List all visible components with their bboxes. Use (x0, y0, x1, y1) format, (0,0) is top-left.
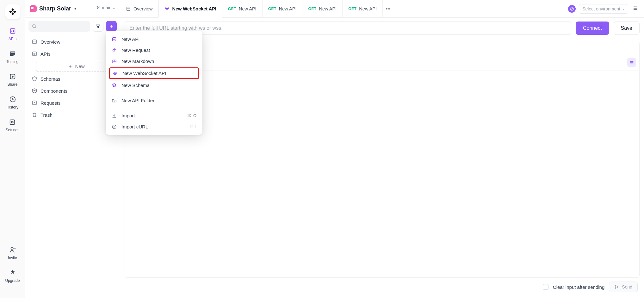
api-icon (111, 37, 117, 42)
menu-new-websocket[interactable]: New WebSocket API (109, 67, 199, 79)
tree-requests[interactable]: Requests ▸ (28, 97, 117, 109)
tab-api-2-label: New API (279, 6, 297, 11)
upgrade-icon (9, 269, 16, 276)
app-logo[interactable] (5, 4, 20, 19)
branch-name: main (102, 5, 111, 10)
settings-icon (9, 118, 16, 126)
tab-api-3[interactable]: GET New API (302, 0, 343, 17)
tree-new-label: New (75, 64, 84, 69)
tree-new-placeholder[interactable]: New (36, 61, 117, 72)
tab-api-2[interactable]: GET New API (263, 0, 303, 17)
tab-websocket[interactable]: New WebSocket API (158, 0, 222, 18)
svg-point-13 (97, 6, 97, 7)
rail-apis-label: APIs (9, 37, 16, 41)
menu-new-folder[interactable]: New API Folder (106, 95, 202, 106)
folder-icon (111, 98, 117, 103)
menu-new-websocket-label: New WebSocket API (122, 71, 166, 76)
caret-down-icon: ▼ (74, 7, 77, 10)
tree-trash[interactable]: Trash (28, 109, 117, 121)
tab-websocket-label: New WebSocket API (172, 6, 216, 11)
rail-share[interactable]: Share (7, 73, 17, 87)
svg-point-17 (570, 7, 574, 10)
tab-overview-label: Overview (133, 6, 152, 11)
chevron-down-icon: ⌄ (622, 7, 625, 10)
svg-rect-10 (33, 40, 36, 44)
menu-new-schema[interactable]: New Schema (106, 80, 202, 91)
user-avatar[interactable] (568, 5, 576, 13)
tab-api-3-label: New API (319, 6, 337, 11)
connect-button[interactable]: Connect (576, 22, 609, 35)
nav-rail: APIs Testing Share History Settings Invi… (0, 0, 25, 298)
save-button[interactable]: Save (614, 22, 640, 35)
menu-button[interactable] (631, 4, 640, 13)
markdown-icon (111, 59, 117, 64)
menu-new-api[interactable]: New API (106, 34, 202, 45)
tree-apis[interactable]: APIs ▾ (28, 48, 117, 59)
svg-rect-16 (127, 7, 130, 10)
menu-import-curl[interactable]: Import cURL ⌘ I (106, 121, 202, 132)
tab-api-4[interactable]: GET New API (343, 0, 383, 17)
method-badge: GET (228, 7, 236, 11)
menu-import[interactable]: Import ⌘ O (106, 110, 202, 121)
clear-checkbox[interactable] (543, 284, 548, 290)
tree-schemas[interactable]: Schemas ▸ (28, 73, 117, 84)
import-icon (111, 113, 117, 118)
method-badge: GET (268, 7, 276, 11)
share-icon (9, 73, 16, 80)
curl-icon (111, 124, 117, 129)
tab-api-4-label: New API (359, 6, 377, 11)
svg-rect-2 (10, 53, 15, 55)
tab-api-1[interactable]: GET New API (222, 0, 263, 17)
rail-upgrade-label: Upgrade (5, 278, 20, 283)
project-selector[interactable]: Sharp Solar ▼ (30, 5, 77, 12)
rail-testing[interactable]: Testing (6, 50, 18, 64)
menu-new-request[interactable]: New Request (106, 45, 202, 56)
menu-import-shortcut: ⌘ O (187, 113, 197, 118)
testing-icon (9, 50, 16, 58)
environment-selector[interactable]: Select environment ⌄ (579, 4, 628, 14)
menu-new-request-label: New Request (121, 47, 150, 53)
tree-components[interactable]: Components ▸ (28, 85, 117, 96)
save-label: Save (621, 25, 632, 31)
add-button[interactable] (106, 21, 117, 32)
rail-apis[interactable]: APIs (9, 27, 16, 41)
tree-overview-label: Overview (40, 39, 60, 45)
send-button[interactable]: Send (609, 282, 638, 292)
tree-components-label: Components (40, 88, 67, 94)
svg-point-20 (112, 125, 116, 129)
tab-overview[interactable]: Overview (120, 0, 158, 17)
apis-icon (9, 27, 16, 35)
rail-invite[interactable]: Invite (8, 246, 17, 260)
request-icon (111, 48, 117, 53)
svg-point-8 (11, 248, 13, 250)
branch-selector[interactable]: main ⌄ (96, 5, 115, 10)
rail-testing-label: Testing (6, 59, 18, 64)
menu-new-markdown-label: New Markdown (121, 59, 154, 64)
rail-settings-label: Settings (6, 128, 19, 132)
filter-button[interactable] (93, 21, 103, 32)
rail-settings[interactable]: Settings (6, 118, 19, 132)
menu-new-api-label: New API (121, 36, 140, 42)
clear-label: Clear input after sending (553, 284, 604, 290)
tree-schemas-label: Schemas (40, 76, 60, 82)
history-icon (9, 96, 16, 103)
rail-history[interactable]: History (7, 96, 18, 109)
rail-invite-label: Invite (8, 256, 17, 260)
svg-rect-0 (10, 29, 15, 34)
menu-separator (106, 108, 202, 108)
svg-point-14 (97, 8, 97, 9)
tabs-overflow[interactable]: ••• (383, 0, 394, 17)
tree-apis-label: APIs (40, 51, 51, 57)
new-menu: New API New Request New Markdown New Web… (106, 31, 202, 135)
menu-separator (106, 93, 202, 93)
search-input[interactable] (28, 21, 90, 32)
rail-share-label: Share (7, 82, 17, 87)
invite-icon (9, 246, 16, 254)
menu-import-curl-shortcut: ⌘ I (189, 124, 197, 129)
tree-overview[interactable]: Overview (28, 36, 117, 47)
svg-point-7 (12, 121, 14, 123)
menu-new-markdown[interactable]: New Markdown (106, 56, 202, 67)
schema-icon (111, 83, 117, 88)
rail-upgrade[interactable]: Upgrade (5, 269, 20, 283)
expand-button[interactable] (627, 58, 636, 67)
